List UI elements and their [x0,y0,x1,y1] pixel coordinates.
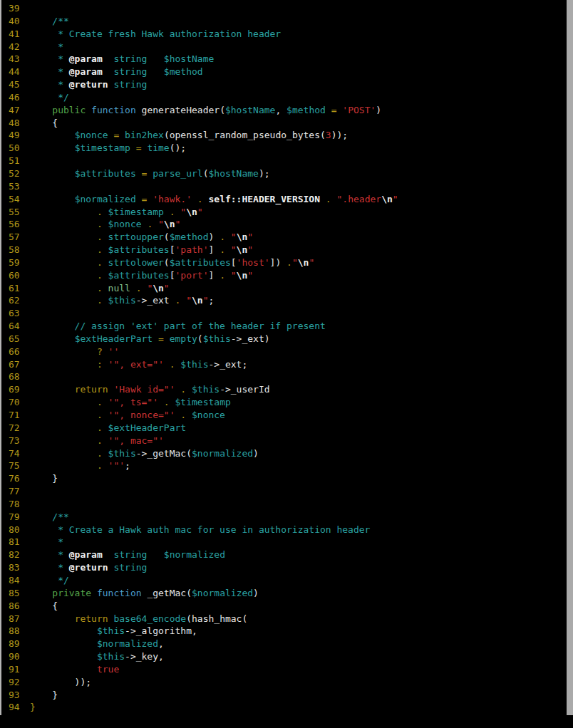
code-line[interactable]: 54 $normalized = 'hawk.' . self::HEADER_… [1,193,567,206]
code-line[interactable]: 72 . $extHeaderPart [1,422,567,435]
code-line[interactable]: 67 : '", ext="' . $this->_ext; [1,358,567,371]
code-line[interactable]: 45 * @return string [1,78,567,91]
token-id: $normalized [97,638,158,649]
token-pl [103,270,108,281]
code-line[interactable]: 55 . $timestamp . "\n" [1,206,567,219]
token-op: . [326,194,331,204]
token-cm: * [30,549,69,560]
token-pl [30,270,97,281]
code-line[interactable]: 87 return base64_encode(hash_hmac( [1,613,567,625]
code-line[interactable]: 92 )); [1,676,567,689]
token-id: $extHeaderPart [108,422,187,433]
code-line[interactable]: 52 $attributes = parse_url($hostName); [1,167,567,180]
code-line[interactable]: 76 } [1,472,567,485]
line-number: 48 [9,117,30,130]
code-line[interactable]: 74 . $this->_getMac($normalized) [1,447,567,460]
code-line[interactable]: 66 ? '' [1,345,567,358]
token-st: 'host' [237,257,270,268]
code-area[interactable]: 3940 /**41 * Create fresh Hawk authoriza… [1,0,567,715]
code-line[interactable]: 46 */ [1,91,567,104]
code-line[interactable]: 84 */ [1,574,567,587]
line-number: 44 [9,66,30,78]
token-pl: )); [30,677,91,687]
code-line[interactable]: 75 . '"'; [1,459,567,472]
code-line[interactable]: 93 } [1,689,567,702]
code-line[interactable]: 73 . '", mac="' [1,435,567,447]
code-line[interactable]: 44 * @param string $method [1,66,567,78]
code-line[interactable]: 81 * [1,536,567,548]
line-number: 63 [9,307,30,320]
code-text: * @return string [30,562,147,573]
code-line[interactable]: 65 $extHeaderPart = empty($this->_ext) [1,333,567,345]
token-st: '", ts="' [108,397,158,407]
code-line[interactable]: 94} [1,701,567,714]
code-line[interactable]: 89 $normalized, [1,638,567,650]
code-line[interactable]: 64 // assign 'ext' part of the header if… [1,320,567,333]
line-number: 72 [9,422,30,435]
code-line[interactable]: 71 . '", nonce="' . $nonce [1,409,567,422]
line-number: 75 [9,459,30,472]
code-line[interactable]: 42 * [1,41,567,53]
token-st: 3 [326,130,331,140]
code-text: * Create a Hawk auth mac for use in auth… [30,524,370,535]
code-text: } [30,690,58,700]
token-pl: [ [231,257,237,268]
token-pl [164,359,170,370]
code-line[interactable]: 47 public function generateHeader($hostN… [1,104,567,117]
code-line[interactable]: 58 . $attributes['path'] . "\n" [1,244,567,256]
code-line[interactable]: 50 $timestamp = time(); [1,142,567,155]
token-pl [136,194,142,204]
code-line[interactable]: 90 $this->_key, [1,650,567,663]
code-line[interactable]: 61 . null . "\n" [1,282,567,295]
code-line[interactable]: 59 . strtolower($attributes['host']) ."\… [1,256,567,269]
code-line[interactable]: 86 { [1,600,567,613]
scrollbar[interactable] [567,0,573,715]
token-op: . [97,219,103,229]
token-pl [103,435,108,446]
code-line[interactable]: 70 . '", ts="' . $timestamp [1,396,567,409]
code-line[interactable]: 79 /** [1,511,567,524]
code-line[interactable]: 78 [1,498,567,511]
token-st: " [197,207,203,217]
code-line[interactable]: 39 [1,2,567,15]
code-line[interactable]: 51 [1,155,567,167]
code-line[interactable]: 49 $nonce = bin2hex(openssl_random_pseud… [1,129,567,142]
token-pl [30,232,97,242]
code-line[interactable]: 57 . strtoupper($method) . "\n" [1,231,567,244]
code-line[interactable]: 48 { [1,117,567,130]
code-line[interactable]: 62 . $this->_ext . "\n"; [1,294,567,307]
code-line[interactable]: 88 $this->_algorithm, [1,625,567,638]
token-pl [130,283,136,293]
code-line[interactable]: 43 * @param string $hostName [1,53,567,66]
token-op: return [75,384,108,395]
code-line[interactable]: 80 * Create a Hawk auth mac for use in a… [1,524,567,536]
code-line[interactable]: 53 [1,180,567,193]
code-line[interactable]: 85 private function _getMac($normalized) [1,587,567,600]
token-id: $nonce [108,219,142,229]
code-text: $this->_key, [30,651,164,662]
code-line[interactable]: 60 . $attributes['port'] . "\n" [1,269,567,282]
code-line[interactable]: 82 * @param string $normalized [1,548,567,561]
code-line[interactable]: 56 . $nonce . "\n" [1,218,567,231]
token-id: strtoupper [108,232,164,242]
code-line[interactable]: 40 /** [1,15,567,28]
token-kb: function [97,588,142,598]
code-line[interactable]: 77 [1,485,567,498]
code-text: { [30,118,58,128]
line-number: 71 [9,409,30,422]
code-line[interactable]: 83 * @return string [1,561,567,574]
code-line[interactable]: 63 [1,307,567,320]
code-line[interactable]: 91 true [1,663,567,676]
token-pl [130,142,136,153]
token-id: $timestamp [108,207,164,217]
code-line[interactable]: 41 * Create fresh Hawk authorization hea… [1,28,567,41]
token-op: ? [97,346,103,357]
token-st: " [164,283,170,293]
token-op: . [97,295,103,306]
code-line[interactable]: 68 [1,370,567,383]
token-op: . [97,397,103,407]
token-pl: ) [208,232,220,242]
line-number: 80 [9,524,30,536]
token-pl [103,257,108,268]
code-line[interactable]: 69 return 'Hawk id="' . $this->_userId [1,383,567,396]
